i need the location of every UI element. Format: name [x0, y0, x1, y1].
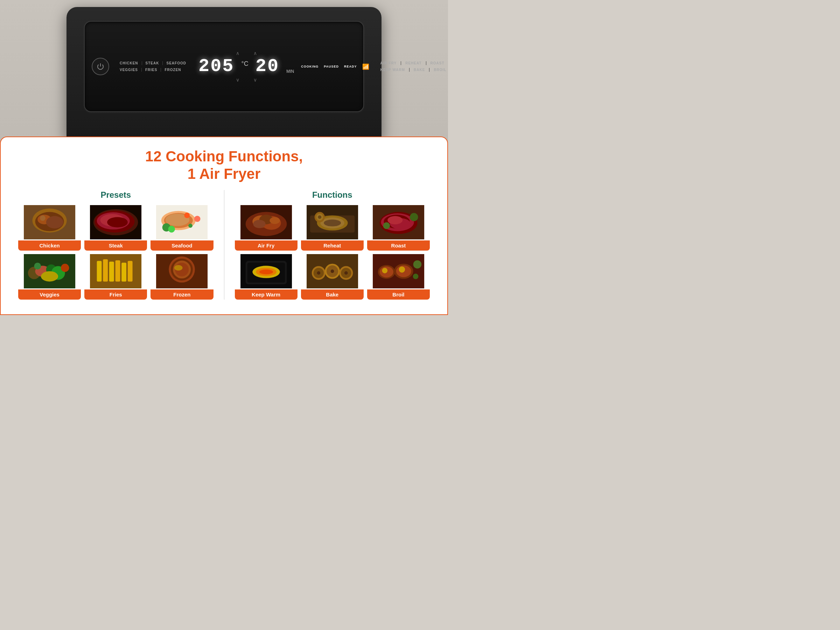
- preset-chicken[interactable]: CHICKEN: [116, 61, 142, 65]
- func-roast[interactable]: ROAST: [426, 61, 448, 65]
- roast-image: [367, 205, 430, 239]
- presets-top-row: CHICKEN STEAK SEAFOOD: [116, 61, 190, 65]
- airfry-label: Air Fry: [235, 240, 297, 251]
- fries-label: Fries: [84, 289, 147, 300]
- functions-column: Functions Air Fry: [224, 190, 430, 300]
- info-section: 12 Cooking Functions, 1 Air Fryer Preset…: [0, 136, 448, 315]
- bake-label: Bake: [301, 289, 364, 300]
- func-reheat[interactable]: REHEAT: [401, 61, 426, 65]
- main-title: 12 Cooking Functions, 1 Air Fryer: [18, 148, 430, 183]
- temp-down-arrow[interactable]: ∨: [236, 77, 239, 82]
- mode-labels: CHICKEN STEAK SEAFOOD VEGGIES FRIES FROZ…: [116, 61, 190, 72]
- preset-seafood-item[interactable]: Seafood: [150, 205, 213, 251]
- time-up-arrow[interactable]: ∧: [253, 51, 257, 56]
- svg-rect-47: [156, 254, 208, 288]
- func-bake[interactable]: BAKE: [409, 68, 429, 72]
- time-value: 20: [256, 57, 279, 76]
- temp-unit: °C: [242, 60, 248, 68]
- keepwarm-label: Keep Warm: [235, 289, 297, 300]
- func-broil[interactable]: BROIL: [429, 68, 448, 72]
- func-keepwarm[interactable]: KEEP WARM: [376, 68, 410, 72]
- func-broil-item[interactable]: Broil: [367, 254, 430, 300]
- preset-frozen[interactable]: FROZEN: [161, 68, 185, 72]
- roast-label: Roast: [367, 240, 430, 251]
- status-paused: PAUSED: [324, 65, 339, 68]
- svg-rect-32: [24, 254, 75, 288]
- functions-title: Functions: [235, 190, 430, 200]
- preset-steak-item[interactable]: Steak: [84, 205, 147, 251]
- reheat-label: Reheat: [301, 240, 364, 251]
- preset-chicken-item[interactable]: Chicken: [18, 205, 81, 251]
- presets-column: Presets Chicken: [18, 190, 224, 300]
- func-keepwarm-item[interactable]: Keep Warm: [235, 254, 297, 300]
- func-airfry-item[interactable]: Air Fry: [235, 205, 297, 251]
- device-section: CHICKEN STEAK SEAFOOD VEGGIES FRIES FROZ…: [0, 0, 448, 147]
- chicken-label: Chicken: [18, 240, 81, 251]
- svg-rect-101: [373, 254, 424, 288]
- preset-seafood[interactable]: SEAFOOD: [163, 61, 189, 65]
- broil-label: Broil: [367, 289, 430, 300]
- presets-grid: Chicken Steak: [18, 205, 213, 300]
- preset-veggies-item[interactable]: Veggies: [18, 254, 81, 300]
- control-panel: CHICKEN STEAK SEAFOOD VEGGIES FRIES FROZ…: [84, 21, 364, 112]
- functions-bottom-row: KEEP WARM BAKE BROIL: [376, 68, 448, 72]
- svg-rect-55: [240, 205, 292, 239]
- power-button[interactable]: [92, 58, 109, 75]
- status-cooking: COOKING: [301, 65, 319, 68]
- preset-fries[interactable]: FRIES: [142, 68, 161, 72]
- steak-label: Steak: [84, 240, 147, 251]
- wifi-icon: 📶: [362, 63, 369, 70]
- svg-rect-13: [90, 205, 141, 239]
- keepwarm-image: [235, 254, 297, 288]
- device-body: CHICKEN STEAK SEAFOOD VEGGIES FRIES FROZ…: [66, 7, 382, 140]
- seafood-label: Seafood: [150, 240, 213, 251]
- svg-rect-64: [306, 205, 358, 239]
- svg-rect-40: [90, 254, 141, 288]
- columns-container: Presets Chicken: [18, 190, 430, 300]
- temp-up-arrow[interactable]: ∧: [236, 51, 239, 56]
- function-labels: AIR FRY REHEAT ROAST KEEP WARM BAKE BROI…: [376, 61, 448, 72]
- temperature-value: 205: [199, 57, 235, 76]
- svg-rect-80: [240, 254, 292, 288]
- time-down-arrow[interactable]: ∨: [253, 77, 257, 82]
- temperature-display-section: ∧ ∧ 205 °C 20 MIN ∨ ∨: [199, 51, 294, 82]
- func-reheat-item[interactable]: Reheat: [301, 205, 364, 251]
- preset-steak[interactable]: STEAK: [142, 61, 163, 65]
- svg-rect-73: [373, 205, 424, 239]
- functions-top-row: AIR FRY REHEAT ROAST: [376, 61, 448, 65]
- time-unit: MIN: [286, 69, 294, 74]
- reheat-image: [301, 205, 364, 239]
- chicken-image: [18, 205, 81, 239]
- preset-veggies[interactable]: VEGGIES: [116, 68, 142, 72]
- presets-title: Presets: [18, 190, 213, 200]
- svg-rect-6: [24, 205, 75, 239]
- frozen-image: [150, 254, 213, 288]
- steak-image: [84, 205, 147, 239]
- functions-grid: Air Fry Reheat: [235, 205, 430, 300]
- presets-bottom-row: VEGGIES FRIES FROZEN: [116, 68, 190, 72]
- seafood-image: [150, 205, 213, 239]
- func-bake-item[interactable]: Bake: [301, 254, 364, 300]
- func-airfry[interactable]: AIR FRY: [376, 61, 401, 65]
- preset-fries-item[interactable]: Fries: [84, 254, 147, 300]
- svg-rect-23: [156, 205, 208, 239]
- airfry-image: [235, 205, 297, 239]
- func-roast-item[interactable]: Roast: [367, 205, 430, 251]
- preset-frozen-item[interactable]: Frozen: [150, 254, 213, 300]
- veggies-label: Veggies: [18, 289, 81, 300]
- veggies-image: [18, 254, 81, 288]
- bake-image: [301, 254, 364, 288]
- svg-rect-91: [306, 254, 358, 288]
- frozen-label: Frozen: [150, 289, 213, 300]
- status-ready: READY: [344, 65, 357, 68]
- status-section: COOKING PAUSED READY 📶: [301, 63, 369, 70]
- broil-image: [367, 254, 430, 288]
- fries-image: [84, 254, 147, 288]
